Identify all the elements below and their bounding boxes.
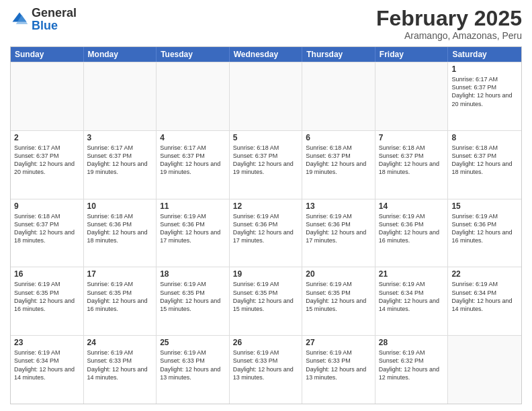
cell-day-number: 20 <box>306 269 371 279</box>
calendar-cell: 3Sunrise: 6:17 AM Sunset: 6:37 PM Daylig… <box>84 131 157 199</box>
cell-info: Sunrise: 6:17 AM Sunset: 6:37 PM Dayligh… <box>87 144 153 177</box>
calendar-cell: 8Sunrise: 6:18 AM Sunset: 6:37 PM Daylig… <box>448 131 521 199</box>
calendar-cell: 23Sunrise: 6:19 AM Sunset: 6:34 PM Dayli… <box>11 336 84 404</box>
calendar-cell: 18Sunrise: 6:19 AM Sunset: 6:35 PM Dayli… <box>157 267 230 335</box>
cell-info: Sunrise: 6:19 AM Sunset: 6:34 PM Dayligh… <box>451 280 518 313</box>
cell-day-number: 15 <box>451 201 518 211</box>
cell-info: Sunrise: 6:19 AM Sunset: 6:36 PM Dayligh… <box>233 212 299 245</box>
cell-day-number: 14 <box>379 201 445 211</box>
cell-info: Sunrise: 6:19 AM Sunset: 6:34 PM Dayligh… <box>14 349 80 381</box>
cell-day-number: 21 <box>379 269 445 279</box>
header-day-monday: Monday <box>84 47 157 62</box>
cell-day-number: 5 <box>233 133 299 142</box>
calendar-cell <box>157 62 230 130</box>
cell-info: Sunrise: 6:17 AM Sunset: 6:37 PM Dayligh… <box>451 75 518 108</box>
calendar-week-1: 2Sunrise: 6:17 AM Sunset: 6:37 PM Daylig… <box>11 130 521 199</box>
calendar-cell <box>375 62 449 130</box>
calendar-cell: 5Sunrise: 6:18 AM Sunset: 6:37 PM Daylig… <box>230 131 303 199</box>
cell-info: Sunrise: 6:18 AM Sunset: 6:36 PM Dayligh… <box>87 212 153 245</box>
logo: General Blue <box>10 7 77 32</box>
page: General Blue February 2025 Aramango, Ama… <box>0 0 532 411</box>
cell-info: Sunrise: 6:19 AM Sunset: 6:32 PM Dayligh… <box>379 349 445 381</box>
cell-day-number: 9 <box>14 201 80 211</box>
cell-info: Sunrise: 6:18 AM Sunset: 6:37 PM Dayligh… <box>14 212 80 245</box>
calendar-cell: 15Sunrise: 6:19 AM Sunset: 6:36 PM Dayli… <box>448 199 521 267</box>
cell-day-number: 19 <box>233 269 299 279</box>
cell-info: Sunrise: 6:17 AM Sunset: 6:37 PM Dayligh… <box>160 144 226 177</box>
calendar-cell: 6Sunrise: 6:18 AM Sunset: 6:37 PM Daylig… <box>302 131 375 199</box>
cell-info: Sunrise: 6:19 AM Sunset: 6:35 PM Dayligh… <box>160 280 226 313</box>
cell-info: Sunrise: 6:19 AM Sunset: 6:36 PM Dayligh… <box>379 212 445 245</box>
calendar-subtitle: Aramango, Amazonas, Peru <box>376 30 522 41</box>
cell-day-number: 23 <box>14 338 80 347</box>
cell-day-number: 26 <box>233 338 299 347</box>
calendar-cell: 7Sunrise: 6:18 AM Sunset: 6:37 PM Daylig… <box>375 131 449 199</box>
cell-day-number: 13 <box>306 201 371 211</box>
cell-info: Sunrise: 6:18 AM Sunset: 6:37 PM Dayligh… <box>306 144 371 177</box>
cell-day-number: 22 <box>451 269 518 279</box>
cell-day-number: 2 <box>14 133 80 142</box>
cell-info: Sunrise: 6:19 AM Sunset: 6:35 PM Dayligh… <box>14 280 80 313</box>
cell-info: Sunrise: 6:19 AM Sunset: 6:35 PM Dayligh… <box>233 280 299 313</box>
calendar: SundayMondayTuesdayWednesdayThursdayFrid… <box>10 46 522 404</box>
calendar-cell: 28Sunrise: 6:19 AM Sunset: 6:32 PM Dayli… <box>375 336 449 404</box>
calendar-cell: 27Sunrise: 6:19 AM Sunset: 6:33 PM Dayli… <box>302 336 375 404</box>
cell-info: Sunrise: 6:19 AM Sunset: 6:33 PM Dayligh… <box>233 349 299 381</box>
cell-day-number: 6 <box>306 133 371 142</box>
calendar-body: 1Sunrise: 6:17 AM Sunset: 6:37 PM Daylig… <box>11 62 521 404</box>
calendar-cell: 24Sunrise: 6:19 AM Sunset: 6:33 PM Dayli… <box>84 336 157 404</box>
cell-day-number: 3 <box>87 133 153 142</box>
header-day-saturday: Saturday <box>448 47 521 62</box>
calendar-cell: 25Sunrise: 6:19 AM Sunset: 6:33 PM Dayli… <box>157 336 230 404</box>
calendar-cell: 19Sunrise: 6:19 AM Sunset: 6:35 PM Dayli… <box>230 267 303 335</box>
calendar-header-row: SundayMondayTuesdayWednesdayThursdayFrid… <box>11 47 521 62</box>
cell-day-number: 11 <box>160 201 226 211</box>
calendar-week-4: 23Sunrise: 6:19 AM Sunset: 6:34 PM Dayli… <box>11 335 521 404</box>
calendar-week-2: 9Sunrise: 6:18 AM Sunset: 6:37 PM Daylig… <box>11 199 521 267</box>
calendar-cell: 4Sunrise: 6:17 AM Sunset: 6:37 PM Daylig… <box>157 131 230 199</box>
calendar-cell: 13Sunrise: 6:19 AM Sunset: 6:36 PM Dayli… <box>302 199 375 267</box>
cell-info: Sunrise: 6:19 AM Sunset: 6:33 PM Dayligh… <box>306 349 371 381</box>
calendar-cell: 10Sunrise: 6:18 AM Sunset: 6:36 PM Dayli… <box>84 199 157 267</box>
calendar-cell: 11Sunrise: 6:19 AM Sunset: 6:36 PM Dayli… <box>157 199 230 267</box>
cell-day-number: 25 <box>160 338 226 347</box>
cell-day-number: 18 <box>160 269 226 279</box>
calendar-week-3: 16Sunrise: 6:19 AM Sunset: 6:35 PM Dayli… <box>11 267 521 335</box>
calendar-cell <box>302 62 375 130</box>
cell-day-number: 27 <box>306 338 371 347</box>
calendar-cell <box>11 62 84 130</box>
calendar-title: February 2025 <box>376 7 522 30</box>
cell-day-number: 28 <box>379 338 445 347</box>
cell-day-number: 4 <box>160 133 226 142</box>
calendar-cell <box>448 336 521 404</box>
calendar-cell <box>230 62 303 130</box>
cell-info: Sunrise: 6:19 AM Sunset: 6:35 PM Dayligh… <box>306 280 371 313</box>
calendar-cell: 2Sunrise: 6:17 AM Sunset: 6:37 PM Daylig… <box>11 131 84 199</box>
calendar-cell: 22Sunrise: 6:19 AM Sunset: 6:34 PM Dayli… <box>448 267 521 335</box>
header-day-sunday: Sunday <box>11 47 84 62</box>
cell-day-number: 12 <box>233 201 299 211</box>
logo-general: General <box>32 6 77 19</box>
logo-icon <box>10 10 29 29</box>
cell-day-number: 8 <box>451 133 518 142</box>
calendar-week-0: 1Sunrise: 6:17 AM Sunset: 6:37 PM Daylig… <box>11 62 521 130</box>
header-day-thursday: Thursday <box>302 47 375 62</box>
calendar-cell: 21Sunrise: 6:19 AM Sunset: 6:34 PM Dayli… <box>375 267 449 335</box>
cell-info: Sunrise: 6:19 AM Sunset: 6:33 PM Dayligh… <box>87 349 153 381</box>
calendar-cell: 9Sunrise: 6:18 AM Sunset: 6:37 PM Daylig… <box>11 199 84 267</box>
calendar-cell: 14Sunrise: 6:19 AM Sunset: 6:36 PM Dayli… <box>375 199 449 267</box>
cell-info: Sunrise: 6:19 AM Sunset: 6:34 PM Dayligh… <box>379 280 445 313</box>
cell-info: Sunrise: 6:18 AM Sunset: 6:37 PM Dayligh… <box>233 144 299 177</box>
cell-info: Sunrise: 6:19 AM Sunset: 6:35 PM Dayligh… <box>87 280 153 313</box>
cell-day-number: 17 <box>87 269 153 279</box>
cell-day-number: 16 <box>14 269 80 279</box>
cell-info: Sunrise: 6:18 AM Sunset: 6:37 PM Dayligh… <box>451 144 518 177</box>
calendar-cell: 16Sunrise: 6:19 AM Sunset: 6:35 PM Dayli… <box>11 267 84 335</box>
calendar-cell: 20Sunrise: 6:19 AM Sunset: 6:35 PM Dayli… <box>302 267 375 335</box>
cell-day-number: 1 <box>451 64 518 74</box>
cell-info: Sunrise: 6:18 AM Sunset: 6:37 PM Dayligh… <box>379 144 445 177</box>
calendar-cell <box>84 62 157 130</box>
calendar-cell: 17Sunrise: 6:19 AM Sunset: 6:35 PM Dayli… <box>84 267 157 335</box>
header: General Blue February 2025 Aramango, Ama… <box>10 7 522 41</box>
cell-day-number: 7 <box>379 133 445 142</box>
